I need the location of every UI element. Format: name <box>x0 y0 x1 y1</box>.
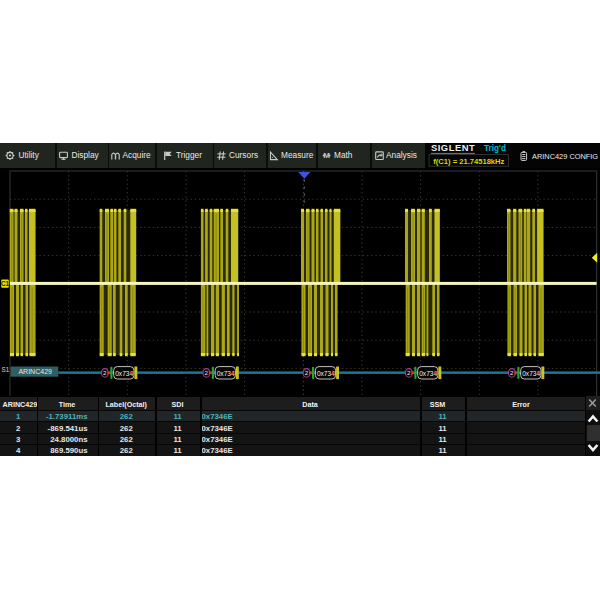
svg-text:2: 2 <box>103 369 107 376</box>
svg-text:M: M <box>323 151 330 160</box>
svg-text:2: 2 <box>305 369 309 376</box>
svg-text:2: 2 <box>407 369 411 376</box>
svg-text:ARINC429: ARINC429 <box>18 368 52 375</box>
svg-text:S1: S1 <box>2 366 10 373</box>
svg-text:Trig'd: Trig'd <box>484 144 506 153</box>
svg-text:f(C1) = 21.74518kHz: f(C1) = 21.74518kHz <box>433 157 504 166</box>
svg-text:SIGLENT: SIGLENT <box>431 143 475 153</box>
svg-text:2: 2 <box>510 369 514 376</box>
svg-text:2: 2 <box>204 369 208 376</box>
svg-text:ARINC429 CONFIG: ARINC429 CONFIG <box>532 152 598 161</box>
svg-text:C1: C1 <box>1 280 10 287</box>
